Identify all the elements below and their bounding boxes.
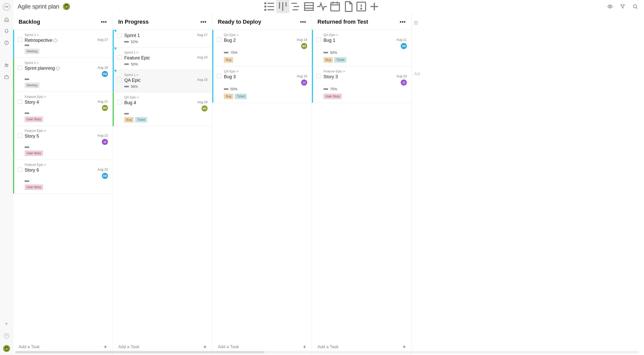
task-breadcrumb[interactable]: QA Epic > xyxy=(124,95,208,99)
assignee-avatar[interactable]: JJ xyxy=(102,139,108,145)
task-card[interactable]: QA Epic >Bug 1Aug 11SW50%BugTicket xyxy=(312,30,411,66)
task-card[interactable]: Sprint 1 >RetrospectiveAug 17Meeting xyxy=(13,30,112,58)
assignee-avatar[interactable]: MS xyxy=(102,105,108,111)
column-menu-icon[interactable]: ••• xyxy=(200,19,207,25)
task-checkbox[interactable] xyxy=(117,55,122,60)
clock-icon[interactable] xyxy=(4,40,9,45)
view-add-icon[interactable] xyxy=(368,0,381,13)
task-checkbox[interactable] xyxy=(18,133,22,138)
column-title[interactable]: In Progress xyxy=(118,19,149,25)
task-checkbox[interactable] xyxy=(117,100,122,104)
task-breadcrumb[interactable]: Feature Epic > xyxy=(25,129,108,133)
task-breadcrumb[interactable]: Feature Epic > xyxy=(25,163,108,167)
task-checkbox[interactable] xyxy=(316,74,321,78)
assignee-avatar[interactable]: MS xyxy=(301,43,307,49)
task-breadcrumb[interactable]: QA Epic > xyxy=(224,33,307,37)
task-card[interactable]: Feature Epic >Story 6Aug 23SWUser Story xyxy=(13,160,112,194)
task-breadcrumb[interactable]: QA Epic > xyxy=(224,69,307,73)
view-activity-icon[interactable] xyxy=(315,0,329,13)
assignee-avatar[interactable]: JJ xyxy=(301,80,307,86)
task-title[interactable]: Bug 3 xyxy=(224,74,236,80)
task-checkbox[interactable] xyxy=(217,37,221,42)
task-tag[interactable]: Meeting xyxy=(25,49,39,54)
task-breadcrumb[interactable]: Sprint 1 > xyxy=(124,73,208,77)
task-title[interactable]: Story 5 xyxy=(25,134,39,139)
assignee-avatar[interactable]: SW xyxy=(102,173,108,179)
task-title[interactable]: QA Epic xyxy=(124,78,141,83)
task-title[interactable]: Sprint 1 xyxy=(124,33,140,38)
help-icon[interactable]: ? xyxy=(4,333,9,338)
task-checkbox[interactable] xyxy=(18,65,22,70)
task-card[interactable]: QA Epic >Bug 3Aug 15JJ50%BugTicket xyxy=(212,66,312,103)
task-tag[interactable]: Meeting xyxy=(25,83,39,88)
app-logo[interactable]: PM xyxy=(3,3,10,11)
task-checkbox[interactable] xyxy=(18,99,22,104)
task-tag[interactable]: User Story xyxy=(25,184,43,190)
visibility-icon[interactable] xyxy=(607,4,613,9)
task-card[interactable]: Sprint 1Aug 1752% xyxy=(113,30,212,48)
task-breadcrumb[interactable]: QA Epic > xyxy=(324,33,407,37)
task-card[interactable]: QA Epic >Bug 4Aug 24MSBugTicket xyxy=(113,92,212,126)
view-calendar-icon[interactable] xyxy=(329,0,342,13)
task-tag[interactable]: Ticket xyxy=(135,117,147,123)
project-owner-avatar[interactable]: 🧔 xyxy=(63,3,70,10)
task-checkbox[interactable] xyxy=(117,77,122,82)
task-title[interactable]: Retrospective xyxy=(25,38,57,43)
task-checkbox[interactable] xyxy=(18,167,22,172)
filter-icon[interactable] xyxy=(620,4,625,9)
view-risk-icon[interactable] xyxy=(355,0,368,13)
column-menu-icon[interactable]: ••• xyxy=(300,19,306,25)
task-checkbox[interactable] xyxy=(117,33,122,38)
column-menu-icon[interactable]: ••• xyxy=(400,19,406,25)
task-title[interactable]: Story 3 xyxy=(324,74,338,80)
next-column-peek[interactable]: BAd xyxy=(412,13,422,355)
task-breadcrumb[interactable]: Sprint 2 > xyxy=(25,61,108,65)
assignee-avatar[interactable]: JJ xyxy=(401,80,407,86)
task-title[interactable]: Bug 1 xyxy=(324,38,335,43)
global-add-button[interactable]: + xyxy=(5,321,8,327)
task-card[interactable]: Feature Epic >Story 3Aug 10JJ75%User Sto… xyxy=(312,66,411,103)
column-menu-icon[interactable]: ••• xyxy=(101,19,107,25)
task-card[interactable]: Sprint 1 >QA EpicAug 1558% xyxy=(113,70,212,92)
task-tag[interactable]: User Story xyxy=(25,116,43,122)
view-gantt-icon[interactable] xyxy=(289,0,302,13)
task-checkbox[interactable] xyxy=(18,37,22,42)
task-tag[interactable]: Ticket xyxy=(334,57,346,63)
assignee-avatar[interactable]: SW xyxy=(102,71,108,77)
task-checkbox[interactable] xyxy=(316,37,321,42)
task-breadcrumb[interactable]: Sprint 1 > xyxy=(124,51,208,54)
task-title[interactable]: Story 6 xyxy=(25,168,39,173)
task-tag[interactable]: Bug xyxy=(224,57,233,63)
column-title[interactable]: Backlog xyxy=(19,19,40,25)
task-checkbox[interactable] xyxy=(217,74,221,78)
horizontal-scrollbar[interactable] xyxy=(15,351,639,353)
home-icon[interactable] xyxy=(4,17,9,22)
assignee-avatar[interactable]: SW xyxy=(401,43,407,49)
bell-icon[interactable] xyxy=(4,29,9,34)
current-user-avatar[interactable]: 🧔 xyxy=(3,345,10,352)
task-tag[interactable]: User Story xyxy=(25,150,43,156)
task-card[interactable]: Feature Epic >Story 5Aug 22JJUser Story xyxy=(13,126,112,160)
briefcase-icon[interactable] xyxy=(4,74,9,80)
search-icon[interactable] xyxy=(632,4,638,9)
task-tag[interactable]: Bug xyxy=(124,117,134,123)
view-table-icon[interactable] xyxy=(302,0,315,13)
task-title[interactable]: Bug 2 xyxy=(224,38,236,43)
task-breadcrumb[interactable]: Feature Epic > xyxy=(25,95,108,99)
task-tag[interactable]: Bug xyxy=(224,94,233,99)
project-title[interactable]: Agile sprint plan xyxy=(18,3,59,10)
task-card[interactable]: QA Epic >Bug 2Aug 14MS75%Bug xyxy=(212,30,312,66)
column-title[interactable]: Returned from Test xyxy=(317,19,368,25)
task-breadcrumb[interactable]: Feature Epic > xyxy=(324,69,407,73)
view-board-icon[interactable] xyxy=(276,0,289,13)
task-tag[interactable]: Ticket xyxy=(235,94,247,99)
task-breadcrumb[interactable]: Sprint 1 > xyxy=(25,33,108,37)
view-file-icon[interactable] xyxy=(342,0,355,13)
team-icon[interactable] xyxy=(4,63,9,68)
task-card[interactable]: Sprint 1 >Feature EpicAug 1050% xyxy=(113,48,212,70)
task-title[interactable]: Feature Epic xyxy=(124,55,150,61)
task-title[interactable]: Sprint planning xyxy=(25,66,59,71)
task-title[interactable]: Bug 4 xyxy=(124,100,136,105)
task-card[interactable]: Sprint 2 >Sprint planningAug 18SWMeeting xyxy=(13,58,112,92)
task-title[interactable]: Story 4 xyxy=(25,100,39,105)
